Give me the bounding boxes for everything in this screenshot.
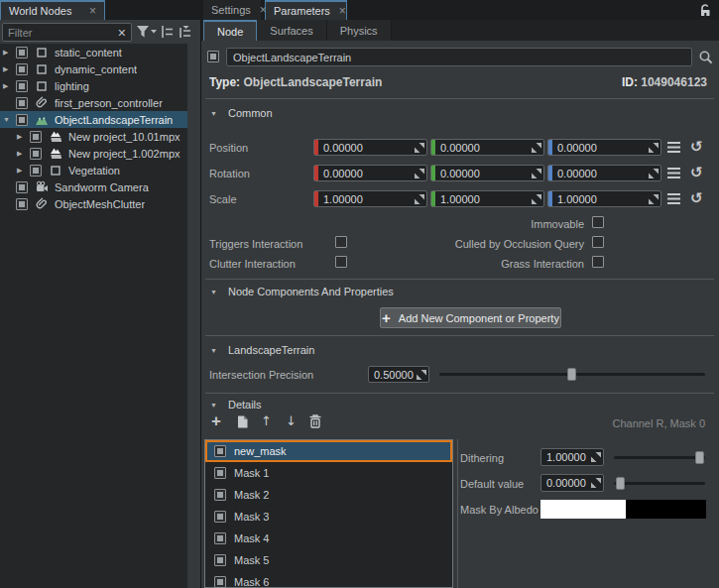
position-x-field[interactable]: 0.00000 xyxy=(313,139,427,156)
collapse-hierarchy-icon[interactable] xyxy=(160,25,175,39)
mask-enabled-checkbox[interactable] xyxy=(214,554,226,566)
value-drag-icon[interactable] xyxy=(414,193,425,205)
value-drag-icon[interactable] xyxy=(414,142,425,154)
expand-hierarchy-icon[interactable] xyxy=(178,25,192,39)
albedo-color-black-swatch[interactable] xyxy=(626,500,706,519)
default-value-slider[interactable] xyxy=(614,477,705,490)
value-drag-icon[interactable] xyxy=(531,193,542,205)
value-drag-icon[interactable] xyxy=(648,142,659,154)
mask-item-1[interactable]: Mask 1 xyxy=(205,462,452,484)
expand-arrow-icon[interactable]: ▶ xyxy=(3,49,16,57)
scale-menu-icon[interactable] xyxy=(666,192,681,205)
rotation-reset-icon[interactable]: ↺ xyxy=(690,166,703,179)
node-enabled-checkbox[interactable] xyxy=(16,181,28,193)
section-components[interactable]: ▼ Node Components And Properties xyxy=(210,286,394,297)
node-name-input[interactable] xyxy=(226,48,692,66)
tab-world-nodes[interactable]: World Nodes × xyxy=(0,0,105,20)
mask-enabled-checkbox[interactable] xyxy=(214,467,226,479)
dithering-field[interactable]: 1.00000 xyxy=(540,448,604,466)
position-z-field[interactable]: 0.00000 xyxy=(547,139,661,156)
close-icon[interactable]: × xyxy=(339,6,346,16)
expand-arrow-icon[interactable]: ▶ xyxy=(3,65,16,73)
scale-y-field[interactable]: 1.00000 xyxy=(430,190,544,207)
mask-item-4[interactable]: Mask 4 xyxy=(205,528,452,549)
tree-row-sandworm-camera[interactable]: Sandworm Camera xyxy=(0,178,187,195)
close-icon[interactable]: × xyxy=(89,6,96,16)
move-down-icon[interactable]: ↓ xyxy=(286,414,297,428)
section-landscapeterrain[interactable]: ▼ LandscapeTerrain xyxy=(210,344,314,356)
mask-item-new-mask[interactable]: new_mask xyxy=(205,440,452,462)
section-common[interactable]: ▼ Common xyxy=(210,107,273,119)
mask-item-6[interactable]: Mask 6 xyxy=(205,571,452,588)
clutter-interaction-checkbox[interactable] xyxy=(335,256,347,268)
search-icon[interactable] xyxy=(698,50,714,65)
delete-mask-icon[interactable] xyxy=(308,413,322,429)
slider-handle[interactable] xyxy=(616,477,625,490)
expand-arrow-icon[interactable]: ▶ xyxy=(17,133,30,141)
duplicate-mask-icon[interactable] xyxy=(235,414,249,429)
tab-physics[interactable]: Physics xyxy=(327,20,392,41)
tree-row-lighting[interactable]: ▶ lighting xyxy=(0,77,187,94)
mask-enabled-checkbox[interactable] xyxy=(214,445,226,457)
value-drag-icon[interactable] xyxy=(590,477,602,489)
dithering-slider[interactable] xyxy=(614,451,705,464)
node-enabled-checkbox[interactable] xyxy=(16,47,28,59)
expand-arrow-icon[interactable]: ▶ xyxy=(17,167,30,175)
node-enabled-checkbox[interactable] xyxy=(16,97,28,109)
default-value-field[interactable]: 0.00000 xyxy=(540,474,604,492)
node-enabled-checkbox[interactable] xyxy=(16,80,28,92)
section-details[interactable]: ▼ Details xyxy=(210,399,262,411)
tree-row-objectmeshclutter[interactable]: ObjectMeshClutter xyxy=(0,195,187,212)
tree-row-dynamic-content[interactable]: ▶ dynamic_content xyxy=(0,60,187,77)
grass-interaction-checkbox[interactable] xyxy=(592,256,604,268)
value-drag-icon[interactable] xyxy=(648,193,659,205)
move-up-icon[interactable]: ↑ xyxy=(261,414,272,428)
tree-row-vegetation[interactable]: ▶ Vegetation xyxy=(0,162,187,178)
intersection-precision-field[interactable]: 0.50000 xyxy=(368,366,429,383)
mask-enabled-checkbox[interactable] xyxy=(214,511,226,523)
expand-arrow-icon[interactable]: ▶ xyxy=(17,150,30,158)
immovable-checkbox[interactable] xyxy=(592,216,604,228)
tree-row-new-project-10-01mpx[interactable]: ▶ New project_10.01mpx xyxy=(0,128,187,145)
node-enabled-checkbox[interactable] xyxy=(30,131,42,143)
expand-arrow-icon[interactable]: ▶ xyxy=(3,82,16,90)
scale-x-field[interactable]: 1.00000 xyxy=(313,190,427,207)
tab-parameters[interactable]: Parameters × xyxy=(265,0,347,20)
tab-settings[interactable]: Settings × xyxy=(203,0,261,20)
value-drag-icon[interactable] xyxy=(590,451,602,463)
slider-handle[interactable] xyxy=(567,368,576,381)
scale-reset-icon[interactable]: ↺ xyxy=(690,191,703,205)
rotation-z-field[interactable]: 0.00000 xyxy=(547,165,661,181)
filter-text-field[interactable] xyxy=(8,27,115,39)
triggers-interaction-checkbox[interactable] xyxy=(335,236,347,248)
albedo-color-white-swatch[interactable] xyxy=(540,500,626,519)
rotation-menu-icon[interactable] xyxy=(666,167,681,179)
mask-enabled-checkbox[interactable] xyxy=(214,576,226,588)
tree-row-objectlandscapeterrain[interactable]: ▼ ObjectLandscapeTerrain xyxy=(0,111,187,128)
node-enabled-checkbox[interactable] xyxy=(16,198,28,210)
tab-node[interactable]: Node xyxy=(203,20,257,41)
node-enabled-checkbox[interactable] xyxy=(30,165,42,176)
mask-enabled-checkbox[interactable] xyxy=(214,532,226,544)
mask-item-2[interactable]: Mask 2 xyxy=(205,484,452,506)
value-drag-icon[interactable] xyxy=(416,369,427,381)
culled-by-occlusion-checkbox[interactable] xyxy=(592,236,604,248)
scale-z-field[interactable]: 1.00000 xyxy=(547,190,661,207)
intersection-precision-slider[interactable] xyxy=(439,368,705,381)
position-reset-icon[interactable]: ↺ xyxy=(690,140,703,154)
node-enabled-checkbox[interactable] xyxy=(16,114,28,126)
mask-enabled-checkbox[interactable] xyxy=(214,489,226,501)
rotation-y-field[interactable]: 0.00000 xyxy=(430,165,544,181)
add-component-button[interactable]: + Add New Component or Property xyxy=(380,307,561,328)
value-drag-icon[interactable] xyxy=(648,168,659,179)
clear-filter-icon[interactable]: × xyxy=(118,27,126,39)
value-drag-icon[interactable] xyxy=(414,168,425,179)
value-drag-icon[interactable] xyxy=(531,142,542,154)
rotation-x-field[interactable]: 0.00000 xyxy=(313,165,427,181)
node-enabled-checkbox[interactable] xyxy=(207,51,219,62)
collapse-arrow-icon[interactable]: ▼ xyxy=(3,116,16,123)
position-y-field[interactable]: 0.00000 xyxy=(430,139,544,156)
tree-row-first-person-controller[interactable]: first_person_controller xyxy=(0,94,187,111)
node-enabled-checkbox[interactable] xyxy=(30,148,42,160)
value-drag-icon[interactable] xyxy=(531,168,542,179)
